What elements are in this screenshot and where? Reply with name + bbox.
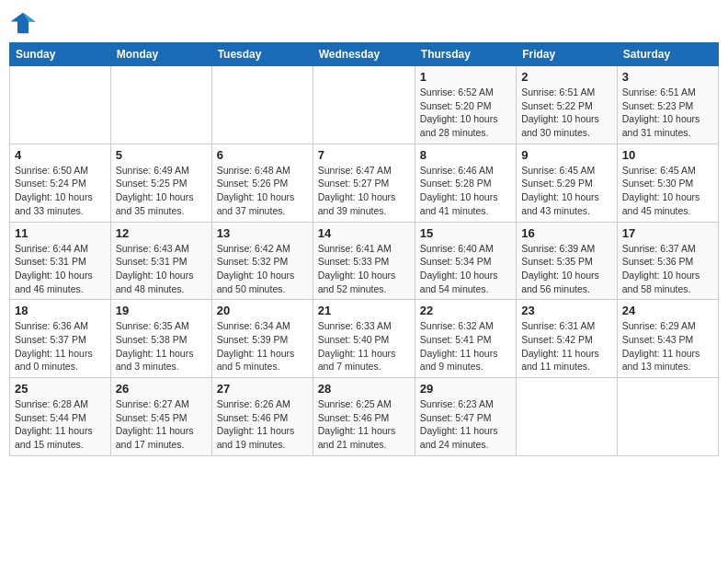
calendar-cell <box>517 378 618 456</box>
day-header-thursday: Thursday <box>415 43 516 66</box>
day-number: 23 <box>521 304 612 317</box>
calendar-cell: 20Sunrise: 6:34 AM Sunset: 5:39 PM Dayli… <box>211 300 313 378</box>
calendar-table: SundayMondayTuesdayWednesdayThursdayFrid… <box>9 42 719 456</box>
day-info: Sunrise: 6:31 AM Sunset: 5:42 PM Dayligh… <box>521 319 612 373</box>
day-number: 2 <box>521 70 612 84</box>
calendar-cell: 6Sunrise: 6:48 AM Sunset: 5:26 PM Daylig… <box>211 144 313 222</box>
day-info: Sunrise: 6:28 AM Sunset: 5:44 PM Dayligh… <box>15 397 106 452</box>
calendar-cell: 2Sunrise: 6:51 AM Sunset: 5:22 PM Daylig… <box>517 66 618 144</box>
day-info: Sunrise: 6:45 AM Sunset: 5:29 PM Dayligh… <box>521 164 612 218</box>
page-header <box>9 9 719 37</box>
day-number: 21 <box>318 304 410 317</box>
calendar-cell: 4Sunrise: 6:50 AM Sunset: 5:24 PM Daylig… <box>10 144 111 222</box>
day-number: 10 <box>622 148 713 162</box>
calendar-cell: 21Sunrise: 6:33 AM Sunset: 5:40 PM Dayli… <box>313 300 415 378</box>
calendar-cell: 8Sunrise: 6:46 AM Sunset: 5:28 PM Daylig… <box>415 144 516 222</box>
calendar-cell: 12Sunrise: 6:43 AM Sunset: 5:31 PM Dayli… <box>110 222 211 300</box>
day-header-sunday: Sunday <box>10 43 111 66</box>
calendar-cell: 13Sunrise: 6:42 AM Sunset: 5:32 PM Dayli… <box>211 222 313 300</box>
logo <box>9 9 40 37</box>
calendar-cell: 28Sunrise: 6:25 AM Sunset: 5:46 PM Dayli… <box>313 378 415 456</box>
day-info: Sunrise: 6:29 AM Sunset: 5:43 PM Dayligh… <box>622 319 713 373</box>
day-info: Sunrise: 6:52 AM Sunset: 5:20 PM Dayligh… <box>420 86 511 140</box>
logo-icon <box>9 9 37 37</box>
day-number: 17 <box>622 226 713 240</box>
calendar-cell: 15Sunrise: 6:40 AM Sunset: 5:34 PM Dayli… <box>415 222 516 300</box>
day-number: 22 <box>420 304 511 317</box>
day-info: Sunrise: 6:51 AM Sunset: 5:22 PM Dayligh… <box>521 86 612 140</box>
calendar-cell: 7Sunrise: 6:47 AM Sunset: 5:27 PM Daylig… <box>313 144 415 222</box>
day-number: 25 <box>15 382 106 396</box>
day-info: Sunrise: 6:43 AM Sunset: 5:31 PM Dayligh… <box>116 242 207 296</box>
day-number: 28 <box>318 382 410 396</box>
day-info: Sunrise: 6:40 AM Sunset: 5:34 PM Dayligh… <box>420 242 511 296</box>
week-row-3: 11Sunrise: 6:44 AM Sunset: 5:31 PM Dayli… <box>10 222 719 300</box>
day-info: Sunrise: 6:50 AM Sunset: 5:24 PM Dayligh… <box>15 164 106 218</box>
day-header-wednesday: Wednesday <box>313 43 415 66</box>
week-row-2: 4Sunrise: 6:50 AM Sunset: 5:24 PM Daylig… <box>10 144 719 222</box>
day-number: 5 <box>116 148 207 162</box>
calendar-cell: 11Sunrise: 6:44 AM Sunset: 5:31 PM Dayli… <box>10 222 111 300</box>
day-info: Sunrise: 6:44 AM Sunset: 5:31 PM Dayligh… <box>15 242 106 296</box>
day-info: Sunrise: 6:45 AM Sunset: 5:30 PM Dayligh… <box>622 164 713 218</box>
day-info: Sunrise: 6:41 AM Sunset: 5:33 PM Dayligh… <box>318 242 410 296</box>
day-header-friday: Friday <box>517 43 618 66</box>
day-number: 11 <box>15 226 106 240</box>
day-number: 18 <box>15 304 106 317</box>
calendar-cell: 26Sunrise: 6:27 AM Sunset: 5:45 PM Dayli… <box>110 378 211 456</box>
day-number: 9 <box>521 148 612 162</box>
calendar-cell: 22Sunrise: 6:32 AM Sunset: 5:41 PM Dayli… <box>415 300 516 378</box>
day-info: Sunrise: 6:33 AM Sunset: 5:40 PM Dayligh… <box>318 319 410 373</box>
calendar-cell <box>10 66 111 144</box>
day-number: 6 <box>217 148 308 162</box>
calendar-header-row: SundayMondayTuesdayWednesdayThursdayFrid… <box>10 43 719 66</box>
day-info: Sunrise: 6:32 AM Sunset: 5:41 PM Dayligh… <box>420 319 511 373</box>
day-info: Sunrise: 6:35 AM Sunset: 5:38 PM Dayligh… <box>116 319 207 373</box>
calendar-cell: 27Sunrise: 6:26 AM Sunset: 5:46 PM Dayli… <box>211 378 313 456</box>
day-number: 19 <box>116 304 207 317</box>
day-info: Sunrise: 6:48 AM Sunset: 5:26 PM Dayligh… <box>217 164 308 218</box>
calendar-cell <box>211 66 313 144</box>
calendar-cell: 14Sunrise: 6:41 AM Sunset: 5:33 PM Dayli… <box>313 222 415 300</box>
day-number: 27 <box>217 382 308 396</box>
calendar-cell: 5Sunrise: 6:49 AM Sunset: 5:25 PM Daylig… <box>110 144 211 222</box>
day-number: 12 <box>116 226 207 240</box>
calendar-cell: 24Sunrise: 6:29 AM Sunset: 5:43 PM Dayli… <box>617 300 718 378</box>
calendar-cell: 23Sunrise: 6:31 AM Sunset: 5:42 PM Dayli… <box>517 300 618 378</box>
calendar-cell: 9Sunrise: 6:45 AM Sunset: 5:29 PM Daylig… <box>517 144 618 222</box>
day-number: 13 <box>217 226 308 240</box>
calendar-cell <box>110 66 211 144</box>
calendar-cell: 17Sunrise: 6:37 AM Sunset: 5:36 PM Dayli… <box>617 222 718 300</box>
day-number: 16 <box>521 226 612 240</box>
day-number: 8 <box>420 148 511 162</box>
calendar-cell: 1Sunrise: 6:52 AM Sunset: 5:20 PM Daylig… <box>415 66 516 144</box>
calendar-cell: 25Sunrise: 6:28 AM Sunset: 5:44 PM Dayli… <box>10 378 111 456</box>
day-number: 4 <box>15 148 106 162</box>
day-info: Sunrise: 6:26 AM Sunset: 5:46 PM Dayligh… <box>217 397 308 452</box>
day-number: 3 <box>622 70 713 84</box>
day-info: Sunrise: 6:27 AM Sunset: 5:45 PM Dayligh… <box>116 397 207 452</box>
calendar-cell <box>313 66 415 144</box>
day-info: Sunrise: 6:47 AM Sunset: 5:27 PM Dayligh… <box>318 164 410 218</box>
day-number: 14 <box>318 226 410 240</box>
day-info: Sunrise: 6:34 AM Sunset: 5:39 PM Dayligh… <box>217 319 308 373</box>
day-info: Sunrise: 6:51 AM Sunset: 5:23 PM Dayligh… <box>622 86 713 140</box>
day-info: Sunrise: 6:46 AM Sunset: 5:28 PM Dayligh… <box>420 164 511 218</box>
day-info: Sunrise: 6:23 AM Sunset: 5:47 PM Dayligh… <box>420 397 511 452</box>
calendar-cell: 3Sunrise: 6:51 AM Sunset: 5:23 PM Daylig… <box>617 66 718 144</box>
day-number: 20 <box>217 304 308 317</box>
day-header-monday: Monday <box>110 43 211 66</box>
day-info: Sunrise: 6:25 AM Sunset: 5:46 PM Dayligh… <box>318 397 410 452</box>
day-number: 15 <box>420 226 511 240</box>
day-header-tuesday: Tuesday <box>211 43 313 66</box>
day-info: Sunrise: 6:39 AM Sunset: 5:35 PM Dayligh… <box>521 242 612 296</box>
svg-marker-0 <box>11 13 36 34</box>
day-info: Sunrise: 6:42 AM Sunset: 5:32 PM Dayligh… <box>217 242 308 296</box>
day-number: 1 <box>420 70 511 84</box>
day-info: Sunrise: 6:36 AM Sunset: 5:37 PM Dayligh… <box>15 319 106 373</box>
day-number: 29 <box>420 382 511 396</box>
calendar-cell: 19Sunrise: 6:35 AM Sunset: 5:38 PM Dayli… <box>110 300 211 378</box>
calendar-cell <box>617 378 718 456</box>
calendar-cell: 29Sunrise: 6:23 AM Sunset: 5:47 PM Dayli… <box>415 378 516 456</box>
day-number: 26 <box>116 382 207 396</box>
